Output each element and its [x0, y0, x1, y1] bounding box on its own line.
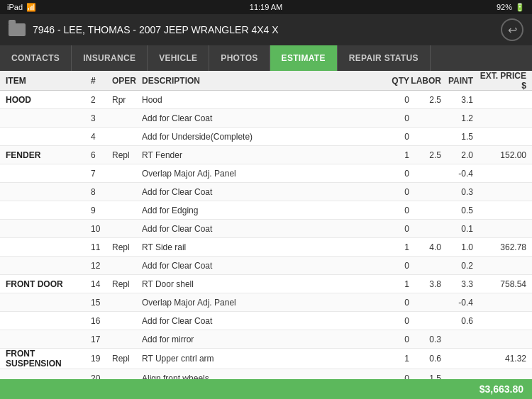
table-row[interactable]: 17 Add for mirror 0 0.3 — [0, 330, 532, 349]
cell-oper: Repl — [112, 354, 142, 364]
cell-paint: 2.0 — [441, 150, 473, 160]
cell-qty: 0 — [384, 316, 409, 326]
table-row[interactable]: 16 Add for Clear Coat 0 0.6 — [0, 312, 532, 330]
cell-paint: 1.2 — [441, 113, 473, 123]
header-left: 7946 - LEE, THOMAS - 2007 JEEP WRANGLER … — [9, 23, 279, 36]
cell-num: 11 — [91, 242, 112, 252]
tab-contacts[interactable]: CONTACTS — [0, 45, 72, 71]
cell-ext: 758.54 — [473, 279, 526, 289]
cell-desc: Overlap Major Adj. Panel — [142, 298, 384, 308]
cell-num: 14 — [91, 279, 112, 289]
cell-qty: 0 — [384, 132, 409, 142]
col-header-paint: PAINT — [441, 76, 473, 86]
table-row[interactable]: 12 Add for Clear Coat 0 0.2 — [0, 257, 532, 275]
table-row[interactable]: 11 Repl RT Side rail 1 4.0 1.0 362.78 — [0, 238, 532, 257]
cell-desc: Add for Clear Coat — [142, 187, 384, 197]
back-button[interactable]: ↩ — [501, 18, 523, 41]
cell-num: 20 — [91, 373, 112, 380]
battery-label: 92% — [497, 3, 512, 11]
cell-paint: 3.3 — [441, 279, 473, 289]
cell-desc: RT Fender — [142, 150, 384, 160]
cell-qty: 0 — [384, 224, 409, 234]
cell-desc: Add for mirror — [142, 335, 384, 344]
cell-oper: Rpr — [112, 95, 142, 105]
cell-labor: 0.6 — [409, 354, 441, 364]
table-row[interactable]: 7 Overlap Major Adj. Panel 0 -0.4 — [0, 164, 532, 183]
table-row[interactable]: 9 Add for Edging 0 0.5 — [0, 201, 532, 220]
cell-paint: 0.1 — [441, 224, 473, 234]
cell-num: 8 — [91, 187, 112, 197]
tab-bar: CONTACTSINSURANCEVEHICLEPHOTOSESTIMATERE… — [0, 45, 532, 71]
col-header-ext: EXT. PRICE $ — [473, 71, 526, 91]
cell-ext: 152.00 — [473, 150, 526, 160]
table-row[interactable]: HOOD 2 Rpr Hood 0 2.5 3.1 — [0, 91, 532, 109]
tab-insurance[interactable]: INSURANCE — [72, 45, 148, 71]
cell-desc: Add for Clear Coat — [142, 224, 384, 234]
cell-num: 3 — [91, 113, 112, 123]
cell-paint: 1.0 — [441, 242, 473, 252]
cell-num: 15 — [91, 298, 112, 308]
cell-num: 12 — [91, 261, 112, 271]
wifi-icon: 📶 — [26, 3, 36, 12]
cell-qty: 0 — [384, 169, 409, 179]
col-header-desc: DESCRIPTION — [142, 76, 384, 86]
cell-qty: 0 — [384, 335, 409, 344]
cell-desc: RT Side rail — [142, 242, 384, 252]
cell-paint: -0.4 — [441, 169, 473, 179]
table-row[interactable]: 10 Add for Clear Coat 0 0.1 — [0, 220, 532, 238]
cell-paint: 1.5 — [441, 132, 473, 142]
cell-num: 16 — [91, 316, 112, 326]
tab-vehicle[interactable]: VEHICLE — [148, 45, 209, 71]
cell-desc: RT Door shell — [142, 279, 384, 289]
table-row[interactable]: FENDER 6 Repl RT Fender 1 2.5 2.0 152.00 — [0, 146, 532, 164]
col-header-item: ITEM — [6, 76, 91, 86]
cell-item: FRONT DOOR — [6, 279, 91, 289]
cell-ext: 41.32 — [473, 354, 526, 364]
table-row[interactable]: 3 Add for Clear Coat 0 1.2 — [0, 109, 532, 128]
cell-oper: Repl — [112, 242, 142, 252]
footer-bar: $3,663.80 — [0, 379, 532, 399]
cell-num: 6 — [91, 150, 112, 160]
cell-qty: 1 — [384, 242, 409, 252]
cell-paint: 0.6 — [441, 316, 473, 326]
cell-desc: Add for Clear Coat — [142, 316, 384, 326]
tab-photos[interactable]: PHOTOS — [209, 45, 270, 71]
cell-item: FRONT SUSPENSION — [6, 349, 91, 369]
cell-labor: 3.8 — [409, 279, 441, 289]
status-time: 11:19 AM — [250, 3, 282, 11]
cell-num: 19 — [91, 354, 112, 364]
folder-icon — [9, 23, 26, 36]
table-row[interactable]: 4 Add for Underside(Complete) 0 1.5 — [0, 128, 532, 146]
cell-desc: Add for Clear Coat — [142, 113, 384, 123]
status-bar: iPad 📶 11:19 AM 92% 🔋 — [0, 0, 532, 14]
cell-qty: 0 — [384, 298, 409, 308]
cell-desc: Align front wheels — [142, 373, 384, 380]
col-header-num: # — [91, 76, 112, 86]
tab-repair-status[interactable]: REPAIR STATUS — [338, 45, 431, 71]
cell-labor: 4.0 — [409, 242, 441, 252]
cell-paint: -0.4 — [441, 298, 473, 308]
cell-paint: 0.2 — [441, 261, 473, 271]
cell-desc: Add for Edging — [142, 206, 384, 215]
cell-labor: 0.3 — [409, 335, 441, 344]
table-row[interactable]: 20 Align front wheels 0 1.5 — [0, 369, 532, 379]
battery-icon: 🔋 — [515, 3, 525, 12]
cell-qty: 1 — [384, 354, 409, 364]
cell-qty: 0 — [384, 373, 409, 380]
cell-qty: 0 — [384, 261, 409, 271]
cell-qty: 0 — [384, 95, 409, 105]
table-row[interactable]: 8 Add for Clear Coat 0 0.3 — [0, 183, 532, 201]
table-row[interactable]: 15 Overlap Major Adj. Panel 0 -0.4 — [0, 293, 532, 312]
col-header-oper: OPER — [112, 76, 142, 86]
table-row[interactable]: FRONT DOOR 14 Repl RT Door shell 1 3.8 3… — [0, 275, 532, 293]
status-left: iPad 📶 — [7, 3, 36, 12]
total-amount: $3,663.80 — [480, 383, 523, 395]
table-row[interactable]: FRONT SUSPENSION 19 Repl RT Upper cntrl … — [0, 349, 532, 369]
cell-num: 9 — [91, 206, 112, 215]
cell-labor: 2.5 — [409, 95, 441, 105]
status-right: 92% 🔋 — [497, 3, 525, 12]
cell-desc: RT Upper cntrl arm — [142, 354, 384, 364]
cell-oper: Repl — [112, 150, 142, 160]
tab-estimate[interactable]: ESTIMATE — [270, 45, 338, 71]
cell-labor: 1.5 — [409, 373, 441, 380]
